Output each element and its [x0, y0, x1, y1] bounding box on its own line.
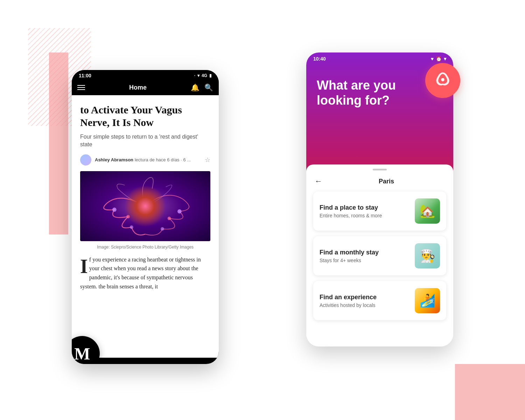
- hamburger-menu-icon[interactable]: [77, 85, 85, 90]
- back-arrow-icon[interactable]: ←: [315, 177, 322, 186]
- option-stay-text: Find a place to stay Entire homes, rooms…: [320, 204, 382, 218]
- drop-cap: I: [80, 257, 88, 276]
- network-status-icon: 4G: [202, 73, 207, 78]
- main-container: 11:00 · ▾ 4G ▮ Home 🔔 🔍 to Activate Y: [0, 0, 525, 420]
- option-card-stay[interactable]: Find a place to stay Entire homes, rooms…: [313, 191, 446, 231]
- article-body: I f you experience a racing heartbeat or…: [80, 255, 210, 291]
- svg-point-2: [177, 209, 182, 214]
- alarm-icon: ⏰: [436, 56, 442, 62]
- option-card-monthly[interactable]: Find a monthly stay Stays for 4+ weeks: [313, 236, 446, 275]
- author-info: Ashley Abramson lectura de hace 6 días ·…: [95, 157, 191, 162]
- medium-nav-icons: 🔔 🔍: [191, 83, 213, 92]
- svg-point-7: [441, 78, 444, 81]
- airbnb-heading-line1: What are you: [317, 78, 443, 93]
- option-monthly-text: Find a monthly stay Stays for 4+ weeks: [320, 249, 379, 263]
- signal-dot-icon: ·: [194, 73, 195, 78]
- option-monthly-subtitle: Stays for 4+ weeks: [320, 258, 379, 263]
- bell-icon[interactable]: 🔔: [191, 83, 200, 92]
- airbnb-back-bar: ← Paris: [313, 170, 446, 191]
- airbnb-time: 10:40: [313, 56, 326, 62]
- heart-status-icon: ♥: [431, 56, 434, 62]
- option-stay-title: Find a place to stay: [320, 204, 382, 211]
- option-card-experience[interactable]: Find an experience Activities hosted by …: [313, 281, 446, 320]
- article-subtitle: Four simple steps to return to a 'rest a…: [80, 133, 210, 149]
- author-meta: lectura de hace 6 días · 6 ...: [135, 157, 191, 162]
- battery-icon: ▮: [209, 73, 212, 78]
- author-name: Ashley Abramson: [95, 157, 133, 162]
- author-row: Ashley Abramson lectura de hace 6 días ·…: [80, 154, 210, 166]
- option-experience-image: [415, 288, 440, 313]
- medium-time: 11:00: [79, 73, 91, 78]
- medium-status-icons: · ▾ 4G ▮: [194, 73, 212, 78]
- medium-phone-mockup: 11:00 · ▾ 4G ▮ Home 🔔 🔍 to Activate Y: [72, 70, 219, 364]
- svg-point-5: [130, 225, 133, 229]
- option-experience-subtitle: Activities hosted by locals: [320, 302, 377, 308]
- airbnb-logo-svg: [433, 71, 453, 90]
- medium-content: to Activate Your Vagus Nerve, It Is Now …: [72, 95, 219, 358]
- option-monthly-image: [415, 243, 440, 268]
- author-avatar: [80, 154, 91, 166]
- article-title: to Activate Your Vagus Nerve, It Is Now: [80, 104, 210, 129]
- medium-status-bar: 11:00 · ▾ 4G ▮: [72, 70, 219, 80]
- svg-point-3: [126, 215, 130, 218]
- airbnb-status-bar: 10:40 ♥ ⏰ ▾: [306, 52, 453, 64]
- svg-point-4: [168, 217, 171, 220]
- search-icon[interactable]: 🔍: [204, 83, 213, 92]
- airbnb-heading-line2: looking for?: [317, 93, 443, 108]
- house-image: [415, 198, 440, 224]
- option-stay-image: [415, 198, 440, 224]
- airbnb-options-sheet: ← Paris Find a place to stay Entire home…: [306, 164, 453, 346]
- medium-nav-title: Home: [89, 84, 187, 91]
- airbnb-status-icons: ♥ ⏰ ▾: [431, 56, 446, 62]
- article-body-text: f you experience a racing heartbeat or t…: [80, 257, 201, 289]
- image-caption: Image: Sciepro/Science Photo Library/Get…: [80, 245, 210, 250]
- surfer-image: [415, 288, 440, 313]
- option-monthly-title: Find a monthly stay: [320, 249, 379, 256]
- airbnb-phone-wrapper: 10:40 ♥ ⏰ ▾ What are you looking for?: [306, 52, 453, 346]
- svg-point-6: [161, 227, 164, 231]
- option-experience-text: Find an experience Activities hosted by …: [320, 294, 377, 308]
- bookmark-icon[interactable]: ☆: [205, 156, 210, 164]
- airbnb-logo-circle: [425, 63, 460, 98]
- medium-nav-bar: Home 🔔 🔍: [72, 80, 219, 95]
- wifi-status-icon: ▾: [197, 73, 200, 78]
- svg-point-1: [112, 208, 117, 212]
- airbnb-phone-mockup: 10:40 ♥ ⏰ ▾ What are you looking for?: [306, 52, 453, 346]
- option-experience-title: Find an experience: [320, 294, 377, 301]
- neural-overlay: [80, 171, 210, 241]
- person-cooking-image: [415, 243, 440, 268]
- wifi-airbnb-icon: ▾: [444, 56, 446, 62]
- svg-point-0: [141, 202, 149, 210]
- airbnb-city-label: Paris: [328, 178, 445, 185]
- option-stay-subtitle: Entire homes, rooms & more: [320, 213, 382, 218]
- article-image: [80, 171, 210, 241]
- neural-network-image: [80, 171, 210, 241]
